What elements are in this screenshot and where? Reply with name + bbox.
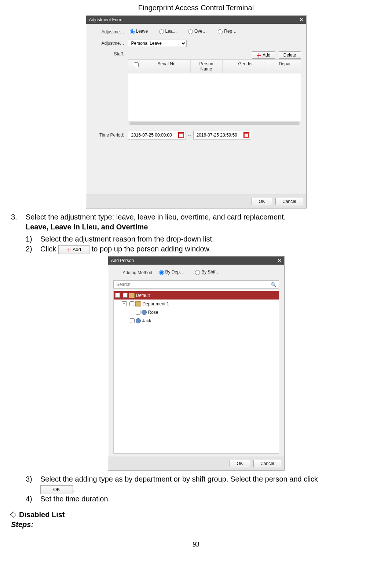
- folder-icon: [135, 301, 141, 306]
- close-icon[interactable]: ✕: [300, 17, 303, 22]
- radio-leave-input[interactable]: [130, 29, 135, 34]
- radio-ove-input[interactable]: [188, 29, 193, 34]
- radio-rep[interactable]: Rep…: [216, 28, 237, 34]
- reason-dropdown[interactable]: Personal Leave: [128, 40, 187, 47]
- radio-rep-input[interactable]: [218, 29, 223, 34]
- add-person-dialog: Add Person ✕ Adding Method: By Dep… By S…: [108, 256, 285, 471]
- staff-grid: Serial No. Person Name Gender Depar: [128, 59, 301, 126]
- adjustment-form-dialog: Adjustment Form ✕ Adjustme… Leave Lea… O…: [86, 15, 307, 208]
- select-all-checkbox[interactable]: [134, 62, 139, 67]
- search-input[interactable]: [116, 282, 271, 287]
- time-to-field[interactable]: [193, 131, 251, 139]
- tree-node-default[interactable]: − Default: [114, 291, 279, 300]
- step-3: Select the adjustment type: leave, leave…: [11, 212, 381, 254]
- grid-body: [128, 73, 301, 121]
- dialog-title-text: Add Person: [111, 258, 134, 263]
- checkbox[interactable]: [123, 293, 128, 298]
- page-title: Fingerprint Access Control Terminal: [11, 4, 381, 13]
- checkbox[interactable]: [129, 301, 134, 306]
- radio-leave[interactable]: Leave: [128, 28, 148, 34]
- radio-by-shift[interactable]: By Shif…: [193, 269, 220, 275]
- delete-button[interactable]: Delete: [279, 51, 301, 59]
- diamond-bullet-icon: [10, 512, 17, 518]
- time-from-field[interactable]: [128, 131, 186, 139]
- dialog-title-text: Adjustment Form: [89, 17, 122, 22]
- calendar-icon[interactable]: [243, 132, 249, 138]
- label-time-period: Time Period:: [91, 133, 128, 138]
- close-icon[interactable]: ✕: [278, 258, 281, 263]
- radio-by-shift-input[interactable]: [195, 270, 200, 275]
- search-box[interactable]: 🔍: [113, 280, 279, 288]
- radio-lea[interactable]: Lea…: [157, 28, 177, 34]
- substep-4: Set the time duration.: [26, 494, 381, 504]
- calendar-icon[interactable]: [178, 132, 184, 138]
- radio-lea-input[interactable]: [159, 29, 164, 34]
- plus-icon: [257, 53, 261, 58]
- inline-add-button: Add: [58, 245, 89, 254]
- search-icon: 🔍: [271, 282, 276, 287]
- collapse-icon[interactable]: −: [115, 293, 120, 298]
- person-icon: [136, 318, 141, 323]
- time-separator: --: [188, 133, 191, 138]
- page-number: 93: [11, 541, 381, 548]
- checkbox[interactable]: [136, 310, 140, 315]
- inline-ok-button: OK: [40, 485, 73, 494]
- plus-icon: [67, 248, 71, 252]
- folder-icon: [129, 293, 135, 298]
- ok-button[interactable]: OK: [252, 198, 272, 205]
- cancel-button[interactable]: Cancel: [275, 198, 303, 205]
- col-gender: Gender: [223, 60, 269, 73]
- dialog-titlebar: Add Person ✕: [108, 257, 284, 265]
- cancel-button[interactable]: Cancel: [253, 460, 281, 467]
- label-adjustment-reason: Adjustme…: [91, 41, 128, 46]
- person-tree[interactable]: − Default − Department 1 Rose: [113, 290, 279, 454]
- tree-node-person[interactable]: Jack: [114, 316, 279, 325]
- label-adjustment-type: Adjustme…: [91, 29, 128, 35]
- radio-by-dept-input[interactable]: [159, 270, 164, 275]
- radio-ove[interactable]: Ove…: [186, 28, 207, 34]
- time-from-input[interactable]: [130, 131, 177, 139]
- checkbox[interactable]: [130, 318, 135, 323]
- subheading: Leave, Leave in Lieu, and Overtime: [26, 223, 148, 231]
- horizontal-scrollbar[interactable]: [128, 121, 301, 126]
- col-depart: Depar: [269, 60, 301, 73]
- tree-node-person[interactable]: Rose: [114, 308, 279, 316]
- radio-by-dept[interactable]: By Dep…: [157, 269, 184, 275]
- add-button[interactable]: Add: [252, 51, 275, 59]
- substep-3: Select the adding type as by department …: [26, 474, 381, 494]
- ok-button[interactable]: OK: [230, 460, 250, 467]
- col-name: Person Name: [191, 60, 223, 73]
- adjustment-type-radios: Leave Lea… Ove… Rep…: [128, 28, 245, 35]
- tree-node-department[interactable]: − Department 1: [114, 300, 279, 308]
- dialog-titlebar: Adjustment Form ✕: [86, 16, 306, 24]
- steps-label: Steps:: [11, 520, 381, 530]
- section-disabled-list: Disabled List: [11, 510, 381, 520]
- col-serial: Serial No.: [144, 60, 191, 73]
- collapse-icon[interactable]: −: [122, 301, 127, 306]
- label-staff: Staff:: [91, 51, 128, 57]
- label-adding-method: Adding Method:: [113, 270, 157, 275]
- substep-2: Click Add to pop up the person adding wi…: [26, 244, 381, 254]
- person-icon: [142, 310, 147, 315]
- substep-1: Select the adjustment reason from the dr…: [26, 234, 381, 244]
- time-to-input[interactable]: [195, 131, 242, 139]
